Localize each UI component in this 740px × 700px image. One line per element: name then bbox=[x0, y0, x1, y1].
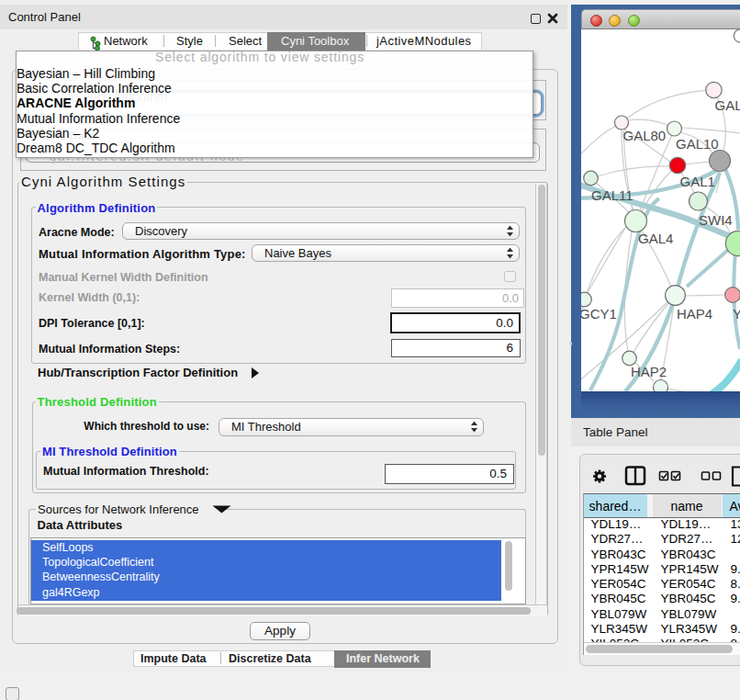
svg-text:GCY1: GCY1 bbox=[581, 306, 617, 322]
svg-text:GAL80: GAL80 bbox=[623, 128, 667, 143]
svg-text:SWI4: SWI4 bbox=[699, 212, 733, 228]
svg-text:GAL2: GAL2 bbox=[715, 97, 740, 113]
svg-text:YD: YD bbox=[733, 306, 740, 322]
svg-text:GAL4: GAL4 bbox=[638, 231, 673, 246]
svg-text:GAL11: GAL11 bbox=[591, 187, 633, 203]
svg-text:HAP2: HAP2 bbox=[631, 364, 667, 379]
svg-text:HAP4: HAP4 bbox=[677, 306, 712, 322]
svg-text:GAL1: GAL1 bbox=[680, 174, 715, 189]
svg-text:GAL10: GAL10 bbox=[676, 136, 719, 152]
